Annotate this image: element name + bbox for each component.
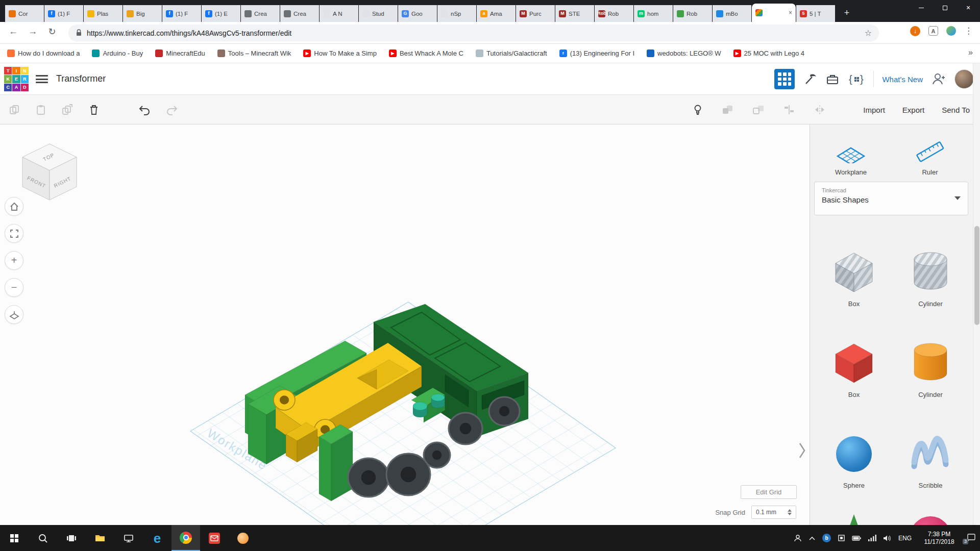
edit-grid-button[interactable]: Edit Grid <box>741 485 797 499</box>
shape-category-select[interactable]: Tinkercad Basic Shapes <box>814 182 968 215</box>
people-icon[interactable] <box>794 534 802 542</box>
minecraft-pickaxe-icon[interactable] <box>803 72 817 86</box>
workplane-tool-button[interactable]: Workplane <box>813 138 889 176</box>
browser-tab[interactable]: A N <box>320 5 358 22</box>
tinkercad-logo[interactable]: T I N K E R C A D <box>4 67 29 91</box>
file-explorer-button[interactable] <box>86 525 114 551</box>
redo-icon[interactable] <box>165 104 179 116</box>
browser-tab[interactable]: Plas <box>84 5 122 22</box>
shape-tile-box-red[interactable]: Box <box>821 338 887 398</box>
design-title[interactable]: Transformer <box>56 73 106 84</box>
zoom-out-button[interactable]: − <box>5 278 23 297</box>
export-button[interactable]: Export <box>902 106 924 114</box>
browser-tab[interactable]: MSTE <box>555 5 594 22</box>
tray-expand-chevron-icon[interactable] <box>808 535 816 541</box>
bookmark-item[interactable]: ▶How To Make a Simp <box>303 49 377 57</box>
duplicate-icon[interactable] <box>61 104 74 116</box>
shape-tile-cylinder-orange[interactable]: Cylinder <box>897 338 964 398</box>
workplane-view-button[interactable] <box>5 305 23 324</box>
bookmark-item[interactable]: Tutorials/Galacticraft <box>476 49 547 57</box>
browser-tab[interactable]: Stud <box>359 5 398 22</box>
speaker-icon[interactable] <box>883 535 892 542</box>
delete-icon[interactable] <box>88 104 100 116</box>
start-button[interactable] <box>0 525 29 551</box>
copy-icon[interactable] <box>8 104 20 116</box>
back-button[interactable]: ← <box>6 26 20 37</box>
mail-app-button[interactable] <box>200 525 229 551</box>
browser-tab[interactable]: f(1) E <box>202 5 240 22</box>
bookmark-item[interactable]: ▶25 MOC with Lego 4 <box>733 49 805 57</box>
bookmark-item[interactable]: ▶Best Whack A Mole C <box>389 49 463 57</box>
shape-tile-box-striped[interactable]: Box <box>821 247 887 308</box>
download-icon[interactable]: ↓ <box>910 26 920 36</box>
chrome-browser-button[interactable] <box>172 525 200 551</box>
shape-tile-cylinder-striped[interactable]: Cylinder <box>897 247 964 308</box>
browser-tab[interactable]: aAma <box>477 5 516 22</box>
forward-button[interactable]: → <box>26 26 40 37</box>
browser-tab[interactable]: Crea <box>280 5 319 22</box>
browser-tab[interactable]: mBo <box>713 5 751 22</box>
design-menu-icon[interactable] <box>36 74 48 84</box>
import-button[interactable]: Import <box>863 106 885 114</box>
bookmark-item[interactable]: MinecraftEdu <box>155 49 205 57</box>
show-all-lightbulb-icon[interactable] <box>692 104 704 116</box>
orange-app-button[interactable] <box>229 525 257 551</box>
snap-grid-select[interactable]: 0.1 mm <box>751 506 796 519</box>
bookmark-star-icon[interactable]: ☆ <box>865 28 872 38</box>
bookmark-item[interactable]: f(13) Engineering For I <box>559 49 634 57</box>
taskbar-clock[interactable]: 7:38 PM 11/17/2018 <box>918 531 960 546</box>
minimize-button[interactable] <box>910 0 933 15</box>
bookmark-item[interactable]: wedobots: LEGO® W <box>647 49 721 57</box>
group-icon[interactable] <box>721 104 734 116</box>
browser-menu-icon[interactable]: ⋮ <box>964 26 973 36</box>
task-view-button[interactable] <box>57 525 86 551</box>
briefcase-icon[interactable] <box>825 72 840 86</box>
action-center-button[interactable]: 3 <box>967 533 976 543</box>
send-to-button[interactable]: Send To <box>942 106 970 114</box>
taskbar-search-button[interactable] <box>29 525 57 551</box>
mirror-icon[interactable] <box>813 104 826 116</box>
address-input[interactable]: https://www.tinkercad.com/things/kA48Aws… <box>68 24 879 41</box>
browser-tab[interactable]: RobRob <box>595 5 633 22</box>
scrollbar-thumb[interactable] <box>974 226 979 325</box>
zoom-in-button[interactable]: + <box>5 251 23 270</box>
browser-tab[interactable]: f(1) F <box>44 5 83 22</box>
bluetooth-tray-icon[interactable]: b <box>822 534 831 542</box>
paste-icon[interactable] <box>35 104 47 116</box>
browser-tab-active[interactable]: × <box>752 4 796 22</box>
dashboard-grid-button[interactable] <box>774 69 795 89</box>
page-scrollbar[interactable] <box>973 63 980 525</box>
browser-tab[interactable]: Big <box>123 5 162 22</box>
home-view-button[interactable] <box>5 197 23 216</box>
browser-tab[interactable]: nSp <box>437 5 476 22</box>
undo-icon[interactable] <box>138 104 151 116</box>
ruler-tool-button[interactable]: Ruler <box>892 138 968 176</box>
bookmark-item[interactable]: Tools – Minecraft Wik <box>217 49 291 57</box>
shape-tile-sphere[interactable]: Sphere <box>821 429 887 489</box>
browser-tab[interactable]: Rob <box>673 5 712 22</box>
shape-tile-partial-pink[interactable] <box>897 512 964 525</box>
translate-icon[interactable]: A <box>928 26 938 36</box>
bookmark-item[interactable]: How do I download a <box>7 49 80 57</box>
onedrive-box-icon[interactable] <box>838 534 845 542</box>
browser-tab[interactable]: MPurc <box>516 5 555 22</box>
spinner-icon[interactable] <box>788 509 792 515</box>
browser-tab[interactable]: Cor <box>5 5 44 22</box>
close-button[interactable]: × <box>957 0 980 15</box>
view-cube[interactable]: TOP FRONT RIGHT <box>11 136 88 207</box>
network-signal-icon[interactable] <box>868 535 876 541</box>
browser-tab[interactable]: mhom <box>634 5 673 22</box>
battery-icon[interactable] <box>852 535 862 542</box>
new-tab-button[interactable]: + <box>840 6 854 20</box>
bookmarks-overflow-icon[interactable]: » <box>968 48 973 57</box>
reload-button[interactable]: ↻ <box>45 26 59 37</box>
fit-view-button[interactable] <box>5 224 23 243</box>
browser-tab[interactable]: GGoo <box>398 5 437 22</box>
invite-person-icon[interactable] <box>931 72 946 86</box>
panel-collapse-chevron-icon[interactable] <box>798 441 806 460</box>
shape-tile-partial-cone[interactable] <box>821 512 887 525</box>
browser-tab[interactable]: Crea <box>241 5 280 22</box>
keyboard-language[interactable]: ENG <box>898 535 912 542</box>
edge-browser-button[interactable]: e <box>143 525 172 551</box>
monitor-app-button[interactable] <box>114 525 143 551</box>
